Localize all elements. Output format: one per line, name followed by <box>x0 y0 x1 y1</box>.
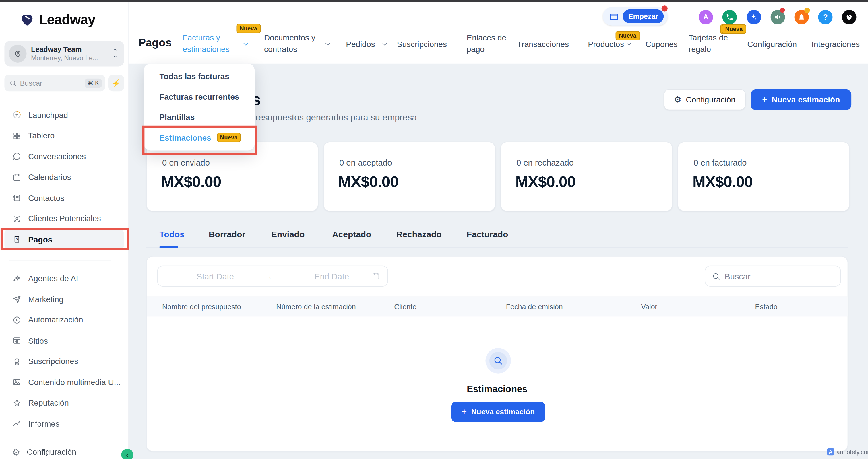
nav-tab-facturas-estimaciones[interactable]: Facturas y estimaciones <box>183 32 229 55</box>
estimates-settings-button[interactable]: ⚙ Configuración <box>663 89 745 110</box>
team-selector[interactable]: Leadway Team Monterrey, Nuevo Le... <box>4 41 124 67</box>
nav-tab-transacciones[interactable]: Transacciones <box>517 39 569 50</box>
sidebar-divider <box>9 260 111 261</box>
end-date-field[interactable]: End Date <box>314 272 349 281</box>
empty-new-estimate-button[interactable]: + Nueva estimación <box>451 402 546 422</box>
nav-tab-documentos-contratos[interactable]: Documentos y contratos <box>264 32 315 55</box>
tab-facturado[interactable]: Facturado <box>467 230 508 239</box>
chevron-left-icon: ‹ <box>126 450 129 459</box>
sidebar-item-calendarios[interactable]: Calendarios <box>4 167 124 187</box>
empezar-button[interactable]: Empezar <box>623 9 664 23</box>
quick-actions-button[interactable]: ⚡ <box>108 74 124 91</box>
active-tab-indicator <box>159 246 178 248</box>
nav-tab-pedidos[interactable]: Pedidos <box>346 39 375 50</box>
dashboard-grid-icon <box>12 131 22 140</box>
phone-icon <box>725 13 733 21</box>
sidebar: Leadway Leadway Team Monterrey, Nuevo Le… <box>0 2 128 459</box>
notification-dot <box>780 8 785 12</box>
empty-state-icon <box>485 348 511 373</box>
nav-tab-cupones[interactable]: Cupones <box>646 39 678 50</box>
search-icon <box>9 79 17 87</box>
chevron-down-icon[interactable] <box>242 40 250 48</box>
nav-tab-suscripciones[interactable]: Suscripciones <box>397 39 447 50</box>
team-location: Monterrey, Nuevo Le... <box>31 54 108 62</box>
trend-chart-icon <box>12 419 22 428</box>
arrow-right-icon: → <box>264 272 272 281</box>
sidebar-item-pagos[interactable]: $ Pagos <box>4 229 124 249</box>
tab-aceptado[interactable]: Aceptado <box>332 230 371 239</box>
nueva-badge: Nueva <box>217 133 241 142</box>
sidebar-item-suscripciones[interactable]: Suscripciones <box>4 351 124 371</box>
col-valor: Valor <box>641 303 657 311</box>
app-root: Leadway Leadway Team Monterrey, Nuevo Le… <box>0 0 868 459</box>
menu-item-facturas-recurrentes[interactable]: Facturas recurrentes <box>144 86 255 107</box>
svg-text:$: $ <box>16 237 18 241</box>
sidebar-item-launchpad[interactable]: Launchpad <box>4 104 124 125</box>
translate-icon: A <box>704 13 708 21</box>
tab-borrador[interactable]: Borrador <box>209 230 245 239</box>
nav-tab-enlaces-pago[interactable]: Enlaces de pago <box>467 32 506 55</box>
new-estimate-button[interactable]: + Nueva estimación <box>751 89 851 110</box>
start-date-field[interactable]: Start Date <box>197 272 234 281</box>
date-range-picker[interactable]: Start Date → End Date <box>157 266 388 287</box>
col-numero: Número de la estimación <box>276 303 355 311</box>
sidebar-search[interactable]: ⌘ K <box>4 74 105 91</box>
nueva-badge: Nueva <box>722 24 746 34</box>
tab-enviado[interactable]: Enviado <box>271 230 305 239</box>
col-cliente: Cliente <box>394 303 416 311</box>
sidebar-item-automatizacion[interactable]: Automatización <box>4 309 124 330</box>
sidebar-item-sitios[interactable]: Sitios <box>4 330 124 351</box>
phone-button[interactable] <box>722 10 737 24</box>
sidebar-item-marketing[interactable]: Marketing <box>4 289 124 309</box>
bell-icon <box>798 13 805 21</box>
nav-tab-tarjetas-regalo[interactable]: Tarjetas de regalo <box>689 32 728 55</box>
sidebar-collapse-button[interactable]: ‹ <box>121 449 133 459</box>
plus-icon: + <box>762 95 767 105</box>
chevron-down-icon[interactable] <box>381 40 389 48</box>
tab-todos[interactable]: Todos <box>159 230 184 239</box>
question-icon: ? <box>823 12 828 22</box>
calendar-icon <box>371 272 380 281</box>
nav-tab-configuracion[interactable]: Configuración <box>747 39 797 50</box>
menu-item-plantillas[interactable]: Plantillas <box>144 107 255 127</box>
award-badge-icon <box>12 357 22 366</box>
menu-item-todas-las-facturas[interactable]: Todas las facturas <box>144 66 255 86</box>
empezar-widget[interactable]: Empezar <box>603 7 668 26</box>
table-search[interactable] <box>705 266 841 287</box>
sidebar-item-tablero[interactable]: Tablero <box>4 125 124 146</box>
sidebar-item-reputacion[interactable]: Reputación <box>4 392 124 413</box>
nav-tab-productos[interactable]: Productos <box>588 39 624 50</box>
nav-tab-integraciones[interactable]: Integraciones <box>811 39 860 50</box>
nueva-badge: Nueva <box>236 24 260 33</box>
paper-plane-icon <box>12 294 22 304</box>
sidebar-item-configuracion[interactable]: ⚙ Configuración <box>4 444 124 459</box>
shortcut-badge: ⌘ K <box>84 78 102 88</box>
sidebar-item-contenido-multimedia[interactable]: Contenido multimedia U... <box>4 372 124 392</box>
plus-icon: + <box>462 407 467 417</box>
sidebar-item-agentes-ai[interactable]: Agentes de AI <box>4 268 124 288</box>
browser-globe-icon <box>12 336 22 346</box>
chevron-down-icon[interactable] <box>625 40 632 48</box>
leadway-app-button[interactable] <box>842 10 856 24</box>
chevron-down-icon[interactable] <box>324 40 332 48</box>
translate-button[interactable]: A <box>699 10 713 24</box>
top-navbar: Pagos Facturas y estimaciones Nueva Docu… <box>128 2 868 64</box>
ai-assistant-button[interactable] <box>747 10 761 24</box>
contacts-book-icon <box>12 193 22 202</box>
table-search-input[interactable] <box>724 271 830 281</box>
stat-card-rechazado: 0 en rechazado MX$0.00 <box>500 142 673 211</box>
tab-rechazado[interactable]: Rechazado <box>396 230 442 239</box>
menu-item-estimaciones[interactable]: Estimaciones Nueva <box>144 127 255 148</box>
sidebar-item-informes[interactable]: Informes <box>4 414 124 434</box>
payments-receipt-icon: $ <box>12 235 22 244</box>
sidebar-item-contactos[interactable]: Contactos <box>4 188 124 208</box>
sparkles-icon <box>750 13 758 21</box>
sidebar-item-conversaciones[interactable]: Conversaciones <box>4 146 124 166</box>
watermark: A annotely.com <box>827 448 868 455</box>
sidebar-item-clientes-potenciales[interactable]: Clientes Potenciales <box>4 208 124 229</box>
help-button[interactable]: ? <box>818 10 832 24</box>
star-icon <box>12 398 22 408</box>
nueva-badge: Nueva <box>616 31 640 40</box>
stat-card-facturado: 0 en facturado MX$0.00 <box>678 142 850 211</box>
search-input[interactable] <box>20 79 75 87</box>
